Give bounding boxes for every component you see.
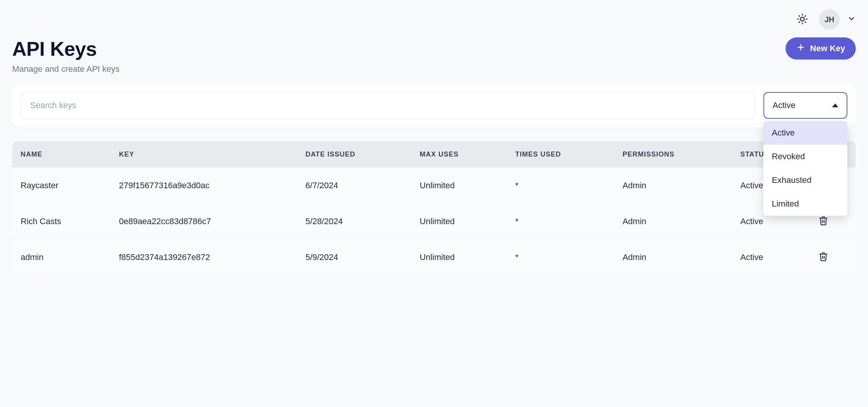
cell-max-uses: Unlimited bbox=[411, 204, 507, 239]
avatar-initials: JH bbox=[824, 15, 834, 24]
svg-point-0 bbox=[800, 17, 804, 21]
cell-actions bbox=[810, 239, 856, 275]
cell-permissions: Admin bbox=[614, 239, 732, 275]
table-row: adminf855d2374a139267e8725/9/2024Unlimit… bbox=[12, 239, 856, 275]
topbar: JH bbox=[12, 0, 856, 34]
page-subtitle: Manage and create API keys bbox=[12, 64, 119, 74]
col-date-issued: DATE ISSUED bbox=[297, 141, 411, 168]
cell-key: 279f15677316a9e3d0ac bbox=[111, 168, 297, 204]
cell-name: admin bbox=[12, 239, 111, 275]
theme-toggle-button[interactable] bbox=[793, 10, 812, 29]
user-menu[interactable]: JH bbox=[819, 9, 856, 30]
plus-icon bbox=[796, 43, 805, 54]
cell-permissions: Admin bbox=[614, 168, 732, 204]
col-times-used: TIMES USED bbox=[507, 141, 614, 168]
status-option-active[interactable]: Active bbox=[763, 121, 847, 145]
chevron-down-icon bbox=[847, 15, 856, 25]
status-option-limited[interactable]: Limited bbox=[763, 192, 847, 216]
cell-date: 6/7/2024 bbox=[297, 168, 411, 204]
cell-permissions: Admin bbox=[614, 204, 732, 239]
new-key-button[interactable]: New Key bbox=[786, 37, 856, 60]
cell-status: Active bbox=[732, 239, 810, 275]
cell-key: 0e89aea22cc83d8786c7 bbox=[111, 204, 297, 239]
svg-line-7 bbox=[799, 22, 800, 23]
caret-up-icon bbox=[832, 103, 838, 107]
cell-key: f855d2374a139267e872 bbox=[111, 239, 297, 275]
col-permissions: PERMISSIONS bbox=[614, 141, 732, 168]
cell-times-used: * bbox=[507, 168, 614, 204]
status-option-revoked[interactable]: Revoked bbox=[763, 145, 847, 168]
cell-name: Raycaster bbox=[12, 168, 111, 204]
cell-max-uses: Unlimited bbox=[411, 239, 507, 275]
cell-name: Rich Casts bbox=[12, 204, 111, 239]
search-input[interactable] bbox=[21, 92, 755, 119]
cell-times-used: * bbox=[507, 239, 614, 275]
new-key-label: New Key bbox=[810, 44, 845, 53]
table-header-row: NAME KEY DATE ISSUED MAX USES TIMES USED… bbox=[12, 141, 856, 168]
status-filter-dropdown: Active Revoked Exhausted Limited bbox=[763, 121, 847, 216]
table-row: Rich Casts0e89aea22cc83d8786c75/28/2024U… bbox=[12, 204, 856, 239]
svg-line-4 bbox=[805, 22, 806, 23]
search-card: Active Active Revoked Exhausted Limited bbox=[12, 83, 856, 128]
col-key: KEY bbox=[111, 141, 297, 168]
avatar: JH bbox=[819, 9, 840, 30]
status-filter-value: Active bbox=[773, 100, 795, 110]
sun-icon bbox=[797, 13, 808, 26]
trash-icon bbox=[818, 252, 828, 263]
cell-date: 5/9/2024 bbox=[297, 239, 411, 275]
status-filter-select[interactable]: Active bbox=[763, 92, 847, 119]
api-keys-table: NAME KEY DATE ISSUED MAX USES TIMES USED… bbox=[12, 141, 856, 275]
delete-key-button[interactable] bbox=[818, 216, 828, 227]
cell-times-used: * bbox=[507, 204, 614, 239]
svg-line-3 bbox=[799, 16, 800, 16]
status-filter: Active Active Revoked Exhausted Limited bbox=[763, 92, 847, 119]
status-option-exhausted[interactable]: Exhausted bbox=[763, 168, 847, 192]
svg-line-8 bbox=[805, 16, 806, 16]
col-max-uses: MAX USES bbox=[411, 141, 507, 168]
col-name: NAME bbox=[12, 141, 111, 168]
cell-max-uses: Unlimited bbox=[411, 168, 507, 204]
cell-date: 5/28/2024 bbox=[297, 204, 411, 239]
delete-key-button[interactable] bbox=[818, 252, 828, 263]
table-row: Raycaster279f15677316a9e3d0ac6/7/2024Unl… bbox=[12, 168, 856, 204]
page-title: API Keys bbox=[12, 37, 119, 60]
trash-icon bbox=[818, 216, 828, 227]
